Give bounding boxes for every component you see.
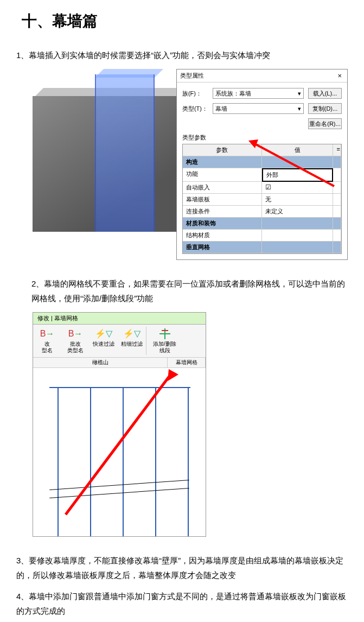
family-select[interactable]: 系统族：幕墙 ▾ (213, 88, 304, 99)
rename-icon: B→ (33, 328, 61, 340)
canvas-view[interactable] (33, 368, 206, 536)
value-join[interactable]: 未定义 (262, 206, 333, 218)
type-label: 类型(T)： (182, 105, 208, 113)
param-struct-mat: 结构材质 (183, 230, 262, 242)
btn-add-remove-segment[interactable]: 添加/删除线段 (146, 327, 183, 355)
chevron-down-icon: ▾ (298, 90, 301, 97)
btn-fine-filter[interactable]: ⚡▽ 精细过滤 (118, 327, 146, 355)
ribbon-row: B→ 改型名 B→ 批改类型名 ⚡▽ 快速过滤 ⚡▽ 精细过滤 添加/删除线段 (33, 325, 206, 358)
value-auto-embed[interactable] (262, 182, 333, 194)
btn-rename-type[interactable]: B→ 改型名 (33, 327, 61, 355)
type-properties-dialog: 类型属性 × 族(F)： 系统族：幕墙 ▾ 载入(L)... 类型(T)： 幕墙… (176, 69, 348, 260)
batch-icon: B→ (61, 328, 90, 340)
page-title: 十、幕墙篇 (22, 11, 348, 31)
duplicate-button[interactable]: 复制(D)... (308, 103, 342, 114)
list-item-1: 1、幕墙插入到实体墙的时候需要选择“嵌入”功能，否则会与实体墙冲突 (16, 48, 348, 62)
param-auto-embed: 自动嵌入 (183, 182, 262, 194)
list-item-2: 2、幕墙的网格线不要重合，如果需要在同一位置添加或者删除网格线，可以选中当前的网… (16, 276, 348, 306)
curtain-panel (95, 74, 155, 232)
dialog-title: 类型属性 (180, 72, 204, 80)
cat-construction: 构造 (183, 156, 262, 168)
btn-quick-filter[interactable]: ⚡▽ 快速过滤 (90, 327, 118, 355)
col-expand: = (333, 144, 341, 156)
type-value: 幕墙 (215, 105, 227, 113)
figure-2: 修改 | 幕墙网格 B→ 改型名 B→ 批改类型名 ⚡▽ 快速过滤 ⚡▽ 精细过… (33, 312, 206, 537)
filter-icon: ⚡▽ (118, 328, 146, 340)
wall-3d-view (33, 69, 176, 240)
param-function: 功能 (183, 168, 262, 182)
figure-1: 类型属性 × 族(F)： 系统族：幕墙 ▾ 载入(L)... 类型(T)： 幕墙… (33, 69, 348, 260)
svg-marker-6 (168, 369, 178, 381)
family-label: 族(F)： (182, 90, 208, 98)
value-function[interactable]: 外部 (262, 168, 333, 182)
params-grid: 参数 值 = 构造 功能 外部 自动嵌入 幕墙嵌板 无 (182, 144, 342, 254)
col-param: 参数 (183, 144, 262, 156)
ribbon-group-2: 幕墙网格 (168, 358, 206, 367)
value-struct-mat[interactable] (262, 230, 333, 242)
rename-button[interactable]: 重命名(R)... (308, 118, 342, 129)
col-value: 值 (262, 144, 333, 156)
btn-batch-rename[interactable]: B→ 批改类型名 (61, 327, 90, 355)
params-label: 类型参数 (182, 134, 342, 142)
param-panel: 幕墙嵌板 (183, 194, 262, 206)
type-select[interactable]: 幕墙 ▾ (213, 103, 304, 114)
family-value: 系统族：幕墙 (215, 90, 251, 98)
grid-segment-icon (146, 328, 183, 340)
ribbon-tab[interactable]: 修改 | 幕墙网格 (33, 313, 206, 325)
value-panel[interactable]: 无 (262, 194, 333, 206)
cat-vgrid: 垂直网格 (183, 242, 262, 253)
list-item-3: 3、要修改幕墙厚度，不能直接修改幕墙“壁厚”，因为幕墙厚度是由组成幕墙的幕墙嵌板… (16, 553, 348, 582)
close-icon[interactable]: × (335, 72, 344, 80)
param-join: 连接条件 (183, 206, 262, 218)
cat-material: 材质和装饰 (183, 218, 262, 230)
filter-icon: ⚡▽ (90, 328, 118, 340)
chevron-down-icon: ▾ (298, 105, 301, 112)
list-item-4: 4、幕墙中添加门窗跟普通墙中添加门窗方式是不同的，是通过将普通幕墙嵌板改为门窗嵌… (16, 589, 348, 618)
load-button[interactable]: 载入(L)... (308, 88, 342, 99)
ribbon-group-1: 橄榄山 (33, 358, 168, 367)
